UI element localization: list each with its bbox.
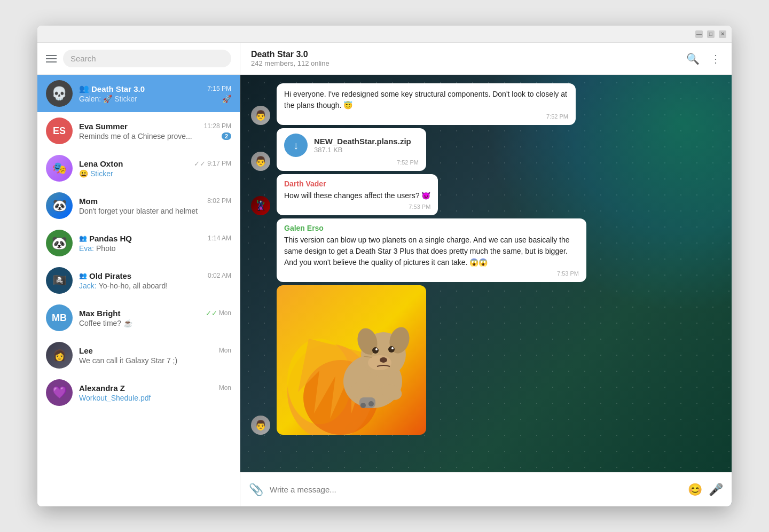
chat-preview: Coffee time? ☕ <box>79 319 231 327</box>
msg-time: 7:52 PM <box>284 159 419 166</box>
avatar: 👩 <box>46 342 73 369</box>
msg-sender: Galen Erso <box>284 224 579 232</box>
avatar: MB <box>46 304 73 331</box>
msg-file-bubble: ↓ NEW_DeathStar.plans.zip 387.1 KB 7:52 … <box>277 128 426 171</box>
sidebar: Search 💀 👥 Death Star 3.0 7:15 PM <box>37 43 240 506</box>
double-check-icon: ✓✓ <box>206 309 217 317</box>
chat-info: 👥 Death Star 3.0 7:15 PM Galen: 🚀 Sticke… <box>79 84 231 103</box>
send-icon: 🚀 <box>222 95 231 103</box>
chat-item-max-bright[interactable]: MB Max Bright ✓✓ Mon Coffee time? ☕ <box>37 299 240 337</box>
double-check-icon: ✓✓ <box>194 160 206 168</box>
msg-bubble: Galen Erso This version can blow up two … <box>277 218 586 282</box>
msg-time: 7:53 PM <box>284 270 579 277</box>
chat-time: 1:14 AM <box>208 234 231 242</box>
preview-sender: Jack: <box>79 281 97 290</box>
svg-point-19 <box>360 403 366 408</box>
main-content: Search 💀 👥 Death Star 3.0 7:15 PM <box>37 43 732 506</box>
chat-item-eva-summer[interactable]: ES Eva Summer 11:28 PM Reminds me of a C… <box>37 112 240 150</box>
msg-time: 7:53 PM <box>284 204 430 210</box>
chat-item-death-star[interactable]: 💀 👥 Death Star 3.0 7:15 PM Galen: 🚀 Stic… <box>37 75 240 112</box>
maximize-button[interactable]: □ <box>707 30 715 38</box>
preview-text: 🚀 Sticker <box>103 95 137 103</box>
chat-header: Death Star 3.0 242 members, 112 online 🔍… <box>240 43 732 75</box>
sticker-container <box>277 285 426 435</box>
group-icon: 👥 <box>79 234 87 242</box>
svg-point-13 <box>391 347 394 349</box>
chat-header-actions: 🔍 ⋮ <box>686 52 721 65</box>
chat-name: 👥 Death Star 3.0 <box>79 84 145 93</box>
message-4: Galen Erso This version can blow up two … <box>251 218 721 282</box>
preview-text: Yo-ho-ho, all aboard! <box>99 281 168 290</box>
chat-name: 👥 Pandas HQ <box>79 234 132 243</box>
chat-item-pandas-hq[interactable]: 🐼 👥 Pandas HQ 1:14 AM Eva: Photo <box>37 224 240 262</box>
msg-bubble: Hi everyone. I've redesigned some key st… <box>277 83 576 125</box>
download-button[interactable]: ↓ <box>284 134 308 157</box>
avatar: 🐼 <box>46 192 73 219</box>
preview-text: Reminds me of a Chinese prove... <box>79 132 192 140</box>
msg-bubble: Darth Vader How will these changes affec… <box>277 174 438 215</box>
chat-item-old-pirates[interactable]: 🏴‍☠️ 👥 Old Pirates 0:02 AM Jack: Yo-ho-h… <box>37 262 240 299</box>
msg-sender: Darth Vader <box>284 179 430 188</box>
chat-preview: Workout_Shedule.pdf <box>79 394 231 402</box>
close-button[interactable]: ✕ <box>719 30 726 38</box>
group-icon: 👥 <box>79 84 89 93</box>
chat-info: 👥 Pandas HQ 1:14 AM Eva: Photo <box>79 234 231 253</box>
chat-info: Lena Oxton ✓✓ 9:17 PM 😀 Sticker <box>79 159 231 178</box>
msg-text: How will these changes affect the users?… <box>284 190 430 201</box>
unread-badge: 2 <box>222 132 231 140</box>
sidebar-header: Search <box>37 43 240 75</box>
message-input[interactable] <box>270 485 681 494</box>
chat-name: Max Bright <box>79 309 121 318</box>
microphone-icon[interactable]: 🎤 <box>709 483 723 497</box>
menu-button[interactable] <box>46 55 57 62</box>
emoji-icon[interactable]: 😊 <box>688 483 702 497</box>
titlebar: — □ ✕ <box>37 26 732 43</box>
chat-item-alexandra-z[interactable]: 💜 Alexandra Z Mon Workout_Shedule.pdf <box>37 374 240 411</box>
avatar: 🐼 <box>46 230 73 256</box>
chat-area: Death Star 3.0 242 members, 112 online 🔍… <box>240 43 732 506</box>
msg-avatar: 👨 <box>251 416 270 435</box>
svg-point-12 <box>375 348 378 350</box>
preview-text: We can call it Galaxy Star 7 ;) <box>79 356 177 365</box>
svg-point-9 <box>380 357 387 363</box>
chat-name: 👥 Old Pirates <box>79 271 131 280</box>
message-1: 👨 Hi everyone. I've redesigned some key … <box>251 83 721 125</box>
chat-time: 9:17 PM <box>207 160 231 167</box>
msg-avatar: 🦹 <box>251 196 270 215</box>
group-icon: 👥 <box>79 272 87 279</box>
search-icon[interactable]: 🔍 <box>686 52 700 65</box>
preview-sender: Galen: <box>79 95 101 103</box>
chat-name: Lee <box>79 346 93 355</box>
avatar: 💜 <box>46 379 73 406</box>
input-area: 📎 😊 🎤 <box>240 472 732 506</box>
chat-name: Alexandra Z <box>79 384 125 393</box>
minimize-button[interactable]: — <box>695 30 703 38</box>
messages-container: 👨 Hi everyone. I've redesigned some key … <box>240 75 732 443</box>
avatar: 💀 <box>46 80 73 107</box>
preview-text: Don't forget your blaster and helmet <box>79 207 198 215</box>
svg-point-10 <box>372 347 379 354</box>
avatar: 🏴‍☠️ <box>46 267 73 294</box>
more-options-icon[interactable]: ⋮ <box>710 52 721 65</box>
attach-icon[interactable]: 📎 <box>249 483 263 497</box>
chat-name: Lena Oxton <box>79 159 123 168</box>
chat-time: Mon <box>219 384 231 392</box>
chat-preview: Jack: Yo-ho-ho, all aboard! <box>79 281 231 290</box>
file-info: NEW_DeathStar.plans.zip 387.1 KB <box>314 137 411 154</box>
chat-info: Mom 8:02 PM Don't forget your blaster an… <box>79 197 231 215</box>
avatar: 🎭 <box>46 155 73 182</box>
chat-preview: Galen: 🚀 Sticker 🚀 <box>79 95 231 103</box>
chat-info: Eva Summer 11:28 PM Reminds me of a Chin… <box>79 122 231 140</box>
chat-list: 💀 👥 Death Star 3.0 7:15 PM Galen: 🚀 Stic… <box>37 75 240 506</box>
chat-item-lena-oxton[interactable]: 🎭 Lena Oxton ✓✓ 9:17 PM 😀 Sticker <box>37 150 240 187</box>
chat-time: 8:02 PM <box>207 197 231 205</box>
msg-text: Hi everyone. I've redesigned some key st… <box>284 89 568 111</box>
chat-time: Mon <box>219 347 231 354</box>
chat-item-lee[interactable]: 👩 Lee Mon We can call it Galaxy Star 7 ;… <box>37 337 240 374</box>
chat-preview: We can call it Galaxy Star 7 ;) <box>79 356 231 365</box>
search-input[interactable]: Search <box>63 50 231 67</box>
msg-text: This version can blow up two planets on … <box>284 234 579 268</box>
chat-time: Mon <box>219 309 231 317</box>
chat-item-mom[interactable]: 🐼 Mom 8:02 PM Don't forget your blaster … <box>37 187 240 224</box>
chat-preview: Don't forget your blaster and helmet <box>79 207 231 215</box>
